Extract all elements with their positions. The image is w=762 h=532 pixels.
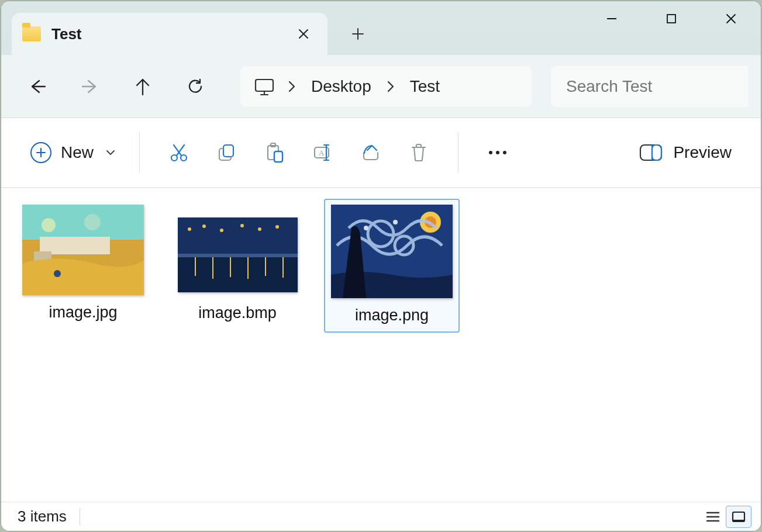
window-controls	[582, 1, 761, 36]
new-button-label: New	[61, 143, 94, 162]
copy-button[interactable]	[203, 133, 251, 172]
svg-rect-50	[733, 520, 744, 521]
svg-rect-7	[274, 151, 282, 162]
svg-rect-0	[667, 15, 675, 23]
svg-point-22	[54, 270, 61, 277]
folder-icon	[22, 26, 41, 42]
file-name: image.jpg	[49, 303, 117, 322]
svg-rect-37	[178, 254, 298, 257]
titlebar: Test	[1, 1, 761, 55]
breadcrumb-desktop[interactable]: Desktop	[303, 72, 380, 101]
file-item[interactable]: image.png	[324, 199, 460, 333]
svg-point-44	[393, 220, 398, 224]
svg-point-30	[275, 225, 279, 229]
svg-point-26	[202, 224, 206, 228]
tab-title: Test	[51, 25, 280, 43]
svg-point-12	[503, 151, 506, 154]
new-button[interactable]: New	[22, 136, 124, 169]
file-item[interactable]: image.bmp	[170, 199, 305, 333]
svg-point-45	[364, 226, 368, 230]
thumbnail-icon	[22, 205, 144, 295]
plus-circle-icon	[30, 142, 51, 163]
svg-rect-1	[256, 80, 273, 91]
svg-point-27	[220, 229, 223, 232]
list-view-button[interactable]	[700, 506, 726, 528]
rename-button[interactable]: A	[299, 133, 347, 172]
command-bar: New A	[1, 118, 761, 188]
file-explorer-window: Test	[1, 1, 761, 531]
delete-button[interactable]	[395, 133, 443, 172]
more-button[interactable]	[474, 133, 522, 172]
status-bar: 3 items	[1, 502, 761, 531]
refresh-button[interactable]	[172, 69, 219, 104]
address-bar[interactable]: Desktop Test	[240, 66, 532, 107]
file-name: image.png	[355, 306, 429, 324]
separator	[458, 132, 458, 173]
svg-point-25	[188, 227, 191, 231]
svg-point-29	[258, 227, 261, 231]
tab-test[interactable]: Test	[12, 13, 327, 55]
search-input[interactable]	[565, 77, 734, 96]
cut-button[interactable]	[155, 133, 203, 172]
chevron-down-icon	[105, 149, 116, 156]
new-tab-button[interactable]	[342, 18, 374, 50]
file-list[interactable]: image.jpg	[1, 188, 761, 502]
svg-point-19	[42, 218, 56, 232]
search-box[interactable]	[551, 66, 748, 107]
paste-button[interactable]	[251, 133, 299, 172]
navigation-bar: Desktop Test	[1, 55, 761, 118]
preview-pane-icon	[639, 144, 663, 161]
svg-rect-23	[178, 217, 298, 258]
forward-button[interactable]	[67, 69, 113, 104]
svg-point-10	[489, 151, 492, 154]
tab-close-button[interactable]	[290, 20, 317, 47]
svg-rect-13	[640, 145, 661, 160]
svg-text:A: A	[319, 148, 325, 157]
status-item-count: 3 items	[18, 507, 67, 526]
svg-point-20	[84, 214, 101, 230]
share-button[interactable]	[347, 133, 395, 172]
breadcrumb-test[interactable]: Test	[402, 72, 448, 101]
up-button[interactable]	[119, 69, 166, 104]
chevron-right-icon	[283, 80, 301, 93]
svg-rect-14	[652, 145, 661, 160]
thumbnail-icon	[331, 205, 453, 298]
minimize-button[interactable]	[582, 1, 642, 36]
preview-label: Preview	[673, 143, 732, 162]
pc-icon[interactable]	[248, 72, 281, 101]
chevron-right-icon	[382, 80, 399, 93]
svg-rect-4	[223, 145, 233, 157]
svg-point-28	[240, 224, 244, 227]
window-close-button[interactable]	[701, 1, 761, 36]
separator	[80, 508, 80, 526]
thumbnail-view-button[interactable]	[726, 506, 751, 528]
view-switcher	[700, 506, 751, 528]
preview-toggle[interactable]: Preview	[631, 137, 740, 168]
separator	[139, 132, 140, 173]
thumbnail-icon	[178, 217, 298, 292]
file-name: image.bmp	[198, 304, 277, 322]
back-button[interactable]	[14, 69, 61, 104]
maximize-button[interactable]	[642, 1, 701, 36]
file-item[interactable]: image.jpg	[15, 199, 151, 333]
svg-point-11	[496, 151, 499, 154]
